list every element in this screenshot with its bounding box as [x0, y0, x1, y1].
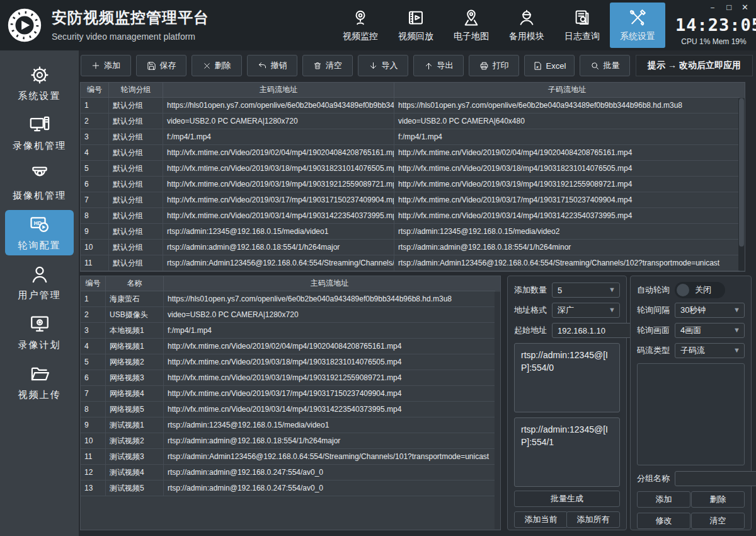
- column-header-sub-stream[interactable]: 子码流地址: [394, 83, 740, 98]
- cell-group: 默认分组: [109, 98, 163, 114]
- cell-sub-stream: http://vfx.mtime.cn/Video/2019/02/04/mp4…: [394, 145, 740, 161]
- table-row[interactable]: 4 网络视频1 http://vfx.mtime.cn/Video/2019/0…: [81, 339, 500, 354]
- table-row[interactable]: 8 默认分组 http://vfx.mtime.cn/Video/2019/03…: [81, 208, 745, 224]
- table-row[interactable]: 10 默认分组 rtsp://admin:admin@192.168.0.18:…: [81, 240, 745, 255]
- sidebar-item-user-mgmt[interactable]: 用户管理: [5, 260, 74, 305]
- table-row[interactable]: 2 默认分组 video=USB2.0 PC CAMERA|1280x720 v…: [81, 114, 745, 129]
- scrollbar-thumb[interactable]: [739, 98, 744, 247]
- cell-sub-stream: http://vfx.mtime.cn/Video/2019/03/17/mp4…: [394, 192, 740, 208]
- table-row[interactable]: 7 默认分组 http://vfx.mtime.cn/Video/2019/03…: [81, 192, 745, 208]
- sidebar-item-camera-mgmt[interactable]: 摄像机管理: [5, 160, 74, 206]
- sidebar-item-system-settings[interactable]: 系统设置: [5, 61, 74, 106]
- polling-table-body: 1 默认分组 https://hls01open.ys7.com/openliv…: [81, 98, 745, 271]
- digital-clock: 14:23:05: [675, 15, 752, 35]
- table-row[interactable]: 6 网络视频3 http://vfx.mtime.cn/Video/2019/0…: [81, 370, 500, 386]
- sidebar-item-video-upload[interactable]: 视频上传: [5, 359, 74, 405]
- cell-id: 10: [81, 433, 106, 449]
- table-row[interactable]: 1 海康萤石 https://hls01open.ys7.com/openliv…: [81, 291, 500, 307]
- group-name-input[interactable]: [675, 471, 756, 486]
- nav-e-map[interactable]: 电子地图: [444, 0, 499, 50]
- url-template-1-textarea[interactable]: rtsp://admin:12345@[IP]:554/0: [514, 343, 620, 412]
- table-row[interactable]: 7 网络视频4 http://vfx.mtime.cn/Video/2019/0…: [81, 386, 500, 402]
- nav-log-query[interactable]: 日志查询: [554, 0, 610, 50]
- group-add-button[interactable]: 添加: [637, 491, 690, 508]
- url-template-2-textarea[interactable]: rtsp://admin:12345@[IP]:554/1: [514, 417, 620, 487]
- table-row[interactable]: 10 测试视频2 rtsp://admin:admin@192.168.0.18…: [81, 433, 500, 449]
- nav-spare-module[interactable]: 备用模块: [499, 0, 554, 50]
- select-value: 4画面: [680, 325, 701, 336]
- group-delete-button[interactable]: 删除: [691, 491, 745, 508]
- addr-format-select[interactable]: 深广 ▼: [552, 303, 620, 318]
- table-row[interactable]: 3 本地视频1 f:/mp4/1.mp4: [81, 323, 500, 339]
- table-row[interactable]: 12 测试视频4 rtsp://admin:admin@192.168.0.24…: [81, 465, 500, 481]
- clear-button[interactable]: 清空: [302, 55, 353, 76]
- save-button[interactable]: 保存: [136, 55, 186, 76]
- column-header-main-stream[interactable]: 主码流地址: [163, 83, 394, 98]
- column-header-main-stream[interactable]: 主码流地址: [164, 276, 495, 291]
- batch-button[interactable]: 批量: [580, 55, 630, 76]
- print-button[interactable]: 打印: [469, 55, 519, 76]
- table-row[interactable]: 11 默认分组 rtsp://admin:Admin123456@192.168…: [81, 255, 745, 271]
- column-header-id[interactable]: 编号: [81, 276, 106, 291]
- nav-system-settings[interactable]: 系统设置: [610, 3, 665, 48]
- add-current-button[interactable]: 添加当前: [514, 511, 568, 528]
- table-row[interactable]: 6 默认分组 http://vfx.mtime.cn/Video/2019/03…: [81, 177, 745, 192]
- sidebar-item-recorder-mgmt[interactable]: 录像机管理: [5, 110, 74, 156]
- column-header-name[interactable]: 名称: [106, 276, 164, 291]
- table-row[interactable]: 9 默认分组 rtsp://admin:12345@192.168.0.15/m…: [81, 224, 745, 240]
- cell-sub-stream: https://hls01open.ys7.com/openlive/6e0b2…: [394, 98, 740, 114]
- table-row[interactable]: 5 网络视频2 http://vfx.mtime.cn/Video/2019/0…: [81, 354, 500, 370]
- auto-poll-toggle[interactable]: 关闭: [675, 282, 725, 298]
- table-row[interactable]: 1 默认分组 https://hls01open.ys7.com/openliv…: [81, 98, 745, 114]
- table-row[interactable]: 4 默认分组 http://vfx.mtime.cn/Video/2019/02…: [81, 145, 745, 161]
- add-all-button[interactable]: 添加所有: [566, 511, 620, 528]
- cell-main-stream: http://vfx.mtime.cn/Video/2019/02/04/mp4…: [164, 339, 495, 354]
- add-button[interactable]: 添加: [81, 55, 131, 76]
- table-row[interactable]: 13 测试视频5 rtsp://admin:admin@192.168.0.24…: [81, 481, 500, 496]
- add-count-select[interactable]: 5 ▼: [552, 283, 620, 298]
- table-row[interactable]: 3 默认分组 f:/mp4/1.mp4 f:/mp4/1.mp4: [81, 129, 745, 145]
- delete-button[interactable]: 删除: [192, 55, 242, 76]
- maximize-button[interactable]: □: [726, 3, 731, 13]
- group-listbox[interactable]: [637, 363, 745, 465]
- table-row[interactable]: 5 默认分组 http://vfx.mtime.cn/Video/2019/03…: [81, 161, 745, 177]
- cell-name: 网络视频3: [106, 370, 164, 386]
- webcam-icon: [351, 8, 370, 27]
- cell-sub-stream: rtsp://admin:Admin123456@192.168.0.64:55…: [394, 255, 740, 271]
- minimize-button[interactable]: －: [708, 3, 716, 13]
- table-row[interactable]: 8 网络视频5 http://vfx.mtime.cn/Video/2019/0…: [81, 402, 500, 417]
- nav-video-monitor[interactable]: 视频监控: [333, 0, 388, 50]
- search-icon: [590, 61, 600, 71]
- toggle-knob: [677, 284, 689, 296]
- column-header-group[interactable]: 轮询分组: [109, 83, 163, 98]
- column-header-id[interactable]: 编号: [81, 83, 109, 98]
- group-clear-button[interactable]: 清空: [691, 513, 745, 529]
- poll-screen-select[interactable]: 4画面 ▼: [675, 323, 745, 338]
- sidebar-item-record-plan[interactable]: 录像计划: [5, 310, 74, 355]
- excel-button[interactable]: x Excel: [524, 55, 575, 76]
- undo-button[interactable]: 撤销: [247, 55, 297, 76]
- scrollbar-track[interactable]: [738, 98, 745, 271]
- cell-group: 默认分组: [109, 192, 163, 208]
- export-button[interactable]: 导出: [413, 55, 464, 76]
- nav-video-playback[interactable]: 视频回放: [388, 0, 444, 50]
- table-row[interactable]: 2 USB摄像头 video=USB2.0 PC CAMERA|1280x720: [81, 307, 500, 323]
- sidebar-item-polling-config[interactable]: HD 轮询配置: [5, 210, 74, 255]
- cell-id: 2: [81, 114, 109, 129]
- sidebar-item-label: 视频上传: [18, 389, 61, 401]
- toolbar: 添加 保存 删除 撤销 清空 导入 导出 打印: [81, 55, 630, 76]
- cell-main-stream: rtsp://admin:12345@192.168.0.15/media/vi…: [163, 224, 394, 240]
- scrollbar-track[interactable]: [495, 292, 500, 529]
- cell-sub-stream: video=USB2.0 PC CAMERA|640x480: [394, 114, 740, 129]
- cell-id: 10: [81, 240, 109, 255]
- poll-interval-select[interactable]: 30秒钟 ▼: [675, 303, 745, 318]
- import-button[interactable]: 导入: [358, 55, 408, 76]
- table-row[interactable]: 9 测试视频1 rtsp://admin:12345@192.168.0.15/…: [81, 417, 500, 433]
- stream-type-select[interactable]: 子码流 ▼: [675, 343, 745, 358]
- window-controls: － □ ✕: [708, 3, 748, 13]
- cell-group: 默认分组: [109, 161, 163, 177]
- batch-generate-button[interactable]: 批量生成: [514, 491, 620, 507]
- close-button[interactable]: ✕: [742, 3, 748, 13]
- table-row[interactable]: 11 测试视频3 rtsp://admin:Admin123456@192.16…: [81, 449, 500, 465]
- group-modify-button[interactable]: 修改: [637, 513, 690, 529]
